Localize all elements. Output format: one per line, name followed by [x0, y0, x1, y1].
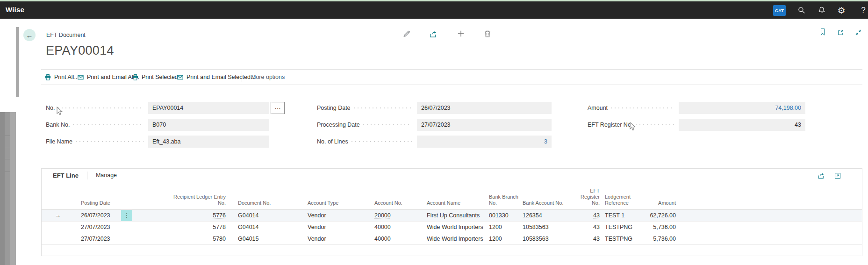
app-logo[interactable]: Wiise: [6, 6, 24, 14]
cell-amount[interactable]: 5,736.00: [642, 224, 676, 231]
cell-account-no[interactable]: 40000: [374, 224, 425, 231]
cell-recipient-ledger-entry-no[interactable]: 5776: [134, 212, 226, 219]
field-label-amount: Amount: [588, 102, 676, 114]
assist-edit-button[interactable]: ⋯: [271, 102, 285, 114]
cell-account-type[interactable]: Vendor: [308, 224, 373, 231]
collapse-icon[interactable]: [854, 28, 863, 37]
cell-eft-register-no[interactable]: 43: [575, 224, 600, 231]
no-field[interactable]: EPAY00014: [148, 102, 269, 114]
left-window-edge: [10, 112, 16, 265]
row-menu-icon[interactable]: ⋮: [121, 210, 132, 221]
posting-date-field[interactable]: 26/07/2023: [417, 102, 552, 114]
cell-amount[interactable]: 62,726.00: [642, 212, 676, 219]
share-icon[interactable]: [428, 29, 438, 38]
field-label-processing-date: Processing Date: [317, 119, 414, 131]
help-icon[interactable]: ?: [859, 6, 868, 15]
search-icon[interactable]: [797, 6, 806, 15]
printer-icon: [44, 74, 51, 81]
cell-account-name[interactable]: Wide World Importers: [427, 236, 488, 243]
cell-document-no[interactable]: G04015: [238, 236, 306, 243]
cell-bank-account-no[interactable]: 10583563: [523, 236, 575, 243]
cell-account-type[interactable]: Vendor: [308, 212, 373, 219]
cell-recipient-ledger-entry-no[interactable]: 5778: [134, 224, 226, 231]
col-account-type[interactable]: Account Type: [308, 200, 373, 206]
file-name-field[interactable]: Eft_43.aba: [148, 136, 269, 148]
delete-trash-icon[interactable]: [483, 29, 492, 38]
col-lodgement-reference[interactable]: Lodgement Reference: [605, 194, 642, 206]
cell-account-name[interactable]: First Up Consultants: [427, 212, 488, 219]
cell-bank-account-no[interactable]: 126354: [523, 212, 575, 219]
page-title: EPAY00014: [46, 43, 114, 58]
add-plus-icon[interactable]: [456, 29, 466, 38]
cell-amount[interactable]: 5,736.00: [642, 236, 676, 243]
cell-posting-date[interactable]: 26/07/2023: [81, 212, 117, 219]
settings-gear-icon[interactable]: ⚙: [837, 6, 846, 15]
no-of-lines-field[interactable]: 3: [417, 136, 552, 148]
table-row[interactable]: → 26/07/2023 ⋮ 5776 G04014 Vendor 20000 …: [42, 210, 862, 222]
cell-account-name[interactable]: Wide World Importers: [427, 224, 488, 231]
col-eft-register-no[interactable]: EFT Register No.: [575, 188, 600, 206]
col-posting-date[interactable]: Posting Date: [81, 200, 117, 206]
divider: [41, 84, 862, 85]
col-account-no[interactable]: Account No.: [374, 200, 425, 206]
tab-manage[interactable]: Manage: [96, 172, 117, 179]
tab-eft-line[interactable]: EFT Line: [53, 172, 79, 179]
cell-bank-branch-no[interactable]: 1200: [489, 224, 522, 231]
printer-icon: [132, 74, 139, 81]
col-bank-branch-no[interactable]: Bank Branch No.: [489, 194, 522, 206]
col-bank-account-no[interactable]: Bank Account No.: [523, 200, 575, 206]
selected-row-arrow-icon: →: [52, 212, 71, 219]
left-window-edge: [5, 112, 10, 265]
print-and-email-selected-button[interactable]: Print and Email Selected...: [177, 72, 255, 82]
open-in-new-window-icon[interactable]: [836, 28, 845, 37]
print-selected-button[interactable]: Print Selected...: [132, 72, 183, 82]
table-header-row: Posting Date Recipient Ledger Entry No. …: [42, 182, 862, 210]
print-email-icon: [77, 74, 84, 81]
eft-register-no-field[interactable]: 43: [679, 119, 805, 131]
col-recipient-ledger-entry-no[interactable]: Recipient Ledger Entry No.: [134, 194, 226, 206]
cell-posting-date[interactable]: 27/07/2023: [81, 236, 117, 243]
cell-lodgement-reference[interactable]: TESTPNG: [605, 236, 642, 243]
more-options-button[interactable]: More options: [251, 74, 285, 80]
action-label: Print All...: [54, 74, 79, 80]
eft-line-card: EFT Line Manage Posting Date Recipient L…: [41, 168, 862, 256]
table-row[interactable]: 27/07/2023 5778 G04014 Vendor 40000 Wide…: [42, 222, 862, 233]
cell-bank-branch-no[interactable]: 001330: [489, 212, 522, 219]
cell-document-no[interactable]: G04014: [238, 212, 306, 219]
back-arrow-icon: ←: [26, 31, 33, 39]
processing-date-field[interactable]: 27/07/2023: [417, 119, 552, 131]
amount-field[interactable]: 74,198.00: [679, 102, 805, 114]
bookmark-icon[interactable]: [818, 27, 827, 36]
eft-line-table: Posting Date Recipient Ledger Entry No. …: [42, 182, 862, 245]
bank-no-field[interactable]: B070: [148, 119, 269, 131]
col-account-name[interactable]: Account Name: [427, 200, 488, 206]
notifications-bell-icon[interactable]: [817, 6, 826, 15]
cell-eft-register-no[interactable]: 43: [575, 212, 600, 219]
expand-icon[interactable]: [833, 171, 842, 180]
eft-line-tab-row: EFT Line Manage: [42, 169, 862, 182]
cell-document-no[interactable]: G04014: [238, 224, 306, 231]
company-badge[interactable]: CAT: [773, 5, 786, 16]
cell-bank-account-no[interactable]: 10583563: [523, 224, 575, 231]
cell-bank-branch-no[interactable]: 1200: [489, 236, 522, 243]
field-label-no-of-lines: No. of Lines: [317, 136, 414, 148]
top-navigation-bar: Wiise CAT ⚙ ?: [0, 1, 868, 19]
cell-lodgement-reference[interactable]: TEST 1: [605, 212, 642, 219]
col-document-no[interactable]: Document No.: [238, 200, 306, 206]
print-and-email-all-button[interactable]: Print and Email All...: [77, 72, 139, 82]
edit-pencil-icon[interactable]: [402, 29, 411, 38]
print-all-button[interactable]: Print All...: [44, 72, 79, 82]
col-amount[interactable]: Amount: [642, 200, 676, 206]
table-row[interactable]: 27/07/2023 5780 G04015 Vendor 40000 Wide…: [42, 233, 862, 245]
cell-posting-date[interactable]: 27/07/2023: [81, 224, 117, 231]
cell-account-no[interactable]: 20000: [374, 212, 425, 219]
cell-lodgement-reference[interactable]: TESTPNG: [605, 224, 642, 231]
cell-recipient-ledger-entry-no[interactable]: 5780: [134, 236, 226, 243]
print-email-icon: [177, 74, 184, 81]
cell-account-no[interactable]: 40000: [374, 236, 425, 243]
back-button[interactable]: ←: [23, 29, 36, 41]
cell-eft-register-no[interactable]: 43: [575, 236, 600, 243]
mouse-cursor: [57, 107, 63, 115]
share-icon[interactable]: [817, 171, 825, 180]
cell-account-type[interactable]: Vendor: [308, 236, 373, 243]
